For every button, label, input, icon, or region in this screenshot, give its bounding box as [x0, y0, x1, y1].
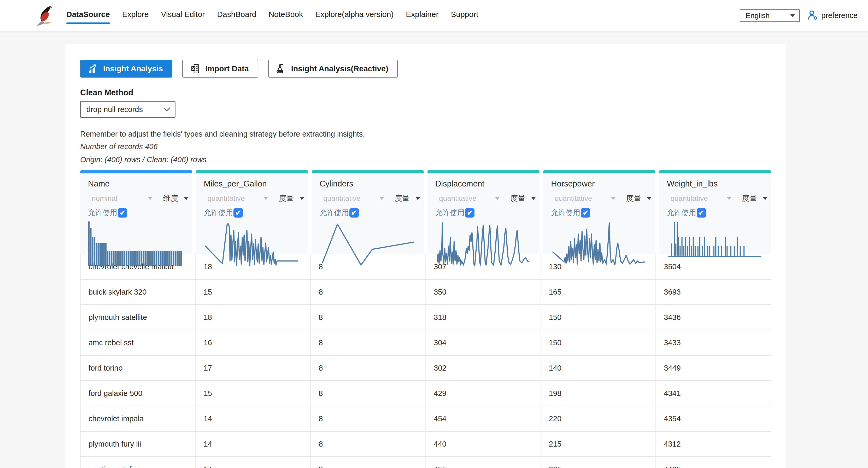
field-type-select[interactable]: quantitative [439, 194, 495, 202]
allow-use-checkbox[interactable]: ✔ [234, 208, 243, 218]
nav-item-datasource[interactable]: DataSource [66, 0, 110, 24]
table-cell: 14 [195, 432, 310, 456]
chevron-down-icon [647, 197, 652, 200]
nav-item-explainer[interactable]: Explainer [406, 0, 438, 24]
table-row: plymouth fury iii1484402154312 [80, 432, 771, 457]
app-logo[interactable] [34, 4, 55, 28]
chevron-down-icon [300, 197, 304, 200]
field-sparkline [88, 221, 182, 267]
table-body: chevrolet chevelle malibu1883071303504bu… [80, 254, 771, 468]
field-type-row: quantitative度量 [439, 193, 539, 204]
field-card: Displacementquantitative度量允许使用✔ [428, 170, 539, 254]
nav-item-support[interactable]: Support [451, 0, 478, 24]
allow-use-checkbox[interactable]: ✔ [349, 208, 359, 218]
table-cell: 225 [540, 457, 656, 468]
nav-item-explore-alpha-version[interactable]: Explore(alpha version) [315, 0, 394, 24]
field-header-cell-name: Namenominal维度允许使用✔ [80, 170, 194, 254]
allow-use-checkbox[interactable]: ✔ [697, 208, 706, 218]
table-cell: 15 [195, 381, 310, 406]
field-type-select[interactable]: quantitative [671, 194, 727, 202]
nav-item-label: Explore [122, 10, 149, 19]
nav-item-notebook[interactable]: NoteBook [269, 0, 303, 24]
table-cell: 3436 [655, 305, 771, 330]
active-underline [269, 23, 303, 24]
preference-icon[interactable] [807, 9, 819, 22]
field-role-select[interactable]: 度量 [279, 193, 294, 204]
field-role-select[interactable]: 维度 [163, 193, 178, 204]
table-cell: 215 [540, 432, 656, 456]
record-count-text: Number of records 406 [80, 142, 771, 151]
insight-analysis-reactive-button[interactable]: Insight Analysis(Reactive) [268, 60, 398, 77]
table-cell: 8 [310, 356, 425, 380]
field-distribution-chart [204, 221, 308, 268]
table-cell: 3693 [655, 280, 771, 304]
field-type-select[interactable]: nominal [92, 194, 148, 202]
field-distribution-chart [551, 221, 655, 268]
clean-method-select[interactable]: drop null records [80, 101, 176, 118]
field-card: Cylindersquantitative度量允许使用✔ [312, 170, 424, 254]
table-cell: 8 [310, 305, 425, 330]
field-type-row: quantitative度量 [555, 193, 655, 204]
table-cell: 150 [540, 331, 656, 355]
table-row: ford galaxie 5001584291984341 [80, 381, 771, 406]
field-type-select[interactable]: quantitative [323, 194, 379, 202]
field-role-select[interactable]: 度量 [395, 193, 410, 204]
table-cell: 17 [195, 356, 310, 380]
field-role-select[interactable]: 度量 [626, 193, 641, 204]
chevron-down-icon [415, 197, 420, 200]
field-header-cell-horsepower: Horsepowerquantitative度量允许使用✔ [541, 170, 657, 254]
field-type-select[interactable]: quantitative [207, 194, 264, 202]
field-allow-row: 允许使用✔ [88, 208, 192, 218]
field-card: Horsepowerquantitative度量允许使用✔ [543, 170, 655, 254]
table-cell: 150 [540, 305, 656, 330]
field-role-select[interactable]: 度量 [742, 193, 757, 204]
beaker-icon [276, 63, 286, 74]
chevron-down-icon [611, 197, 616, 200]
table-cell: 350 [425, 280, 540, 304]
topbar-right: English preference [740, 9, 858, 22]
insight-analysis-button[interactable]: Insight Analysis [80, 60, 172, 77]
language-select[interactable]: English [740, 9, 800, 22]
field-type-select[interactable]: quantitative [555, 194, 611, 202]
chevron-down-icon [790, 14, 795, 17]
chevron-down-icon [184, 197, 189, 200]
field-role-select[interactable]: 度量 [510, 193, 525, 204]
table-header: Namenominal维度允许使用✔Miles_per_Gallonquanti… [80, 170, 771, 254]
clean-method-value: drop null records [87, 105, 164, 114]
preference-link[interactable]: preference [821, 11, 858, 20]
table-cell: 8 [310, 432, 425, 456]
table-cell: 455 [425, 457, 540, 468]
allow-use-checkbox[interactable]: ✔ [465, 208, 474, 218]
table-cell: 15 [195, 280, 310, 304]
field-name: Horsepower [551, 179, 655, 189]
chevron-down-icon [531, 197, 536, 200]
table-cell: 304 [425, 331, 540, 355]
field-allow-row: 允许使用✔ [667, 208, 771, 218]
field-sparkline [667, 221, 761, 267]
allow-use-label: 允许使用 [551, 208, 580, 218]
allow-use-label: 允许使用 [435, 208, 465, 218]
chevron-down-icon [727, 197, 732, 200]
table-cell: 14 [195, 457, 310, 468]
field-card: Miles_per_Gallonquantitative度量允许使用✔ [196, 170, 308, 254]
allow-use-label: 允许使用 [667, 208, 696, 218]
field-sparkline [320, 221, 414, 267]
chevron-down-icon [379, 197, 384, 200]
allow-use-checkbox[interactable]: ✔ [118, 208, 127, 218]
allow-use-label: 允许使用 [204, 208, 233, 218]
table-cell: plymouth satellite [81, 305, 195, 330]
import-data-button[interactable]: Import Data [182, 60, 258, 77]
nav-item-visual-editor[interactable]: Visual Editor [161, 0, 205, 24]
field-type-row: quantitative度量 [323, 193, 424, 204]
field-header-cell-displacement: Displacementquantitative度量允许使用✔ [426, 170, 541, 254]
nav-item-dashboard[interactable]: DashBoard [217, 0, 256, 24]
active-underline [122, 23, 149, 24]
table-cell: 18 [195, 305, 310, 330]
nav-item-explore[interactable]: Explore [122, 0, 149, 24]
field-distribution-chart [667, 221, 771, 268]
table-cell: 3433 [655, 331, 771, 355]
allow-use-checkbox[interactable]: ✔ [581, 208, 590, 218]
field-distribution-chart [88, 221, 192, 268]
insight-analysis-reactive-label: Insight Analysis(Reactive) [291, 64, 388, 73]
field-card: Weight_in_lbsquantitative度量允许使用✔ [659, 170, 771, 254]
